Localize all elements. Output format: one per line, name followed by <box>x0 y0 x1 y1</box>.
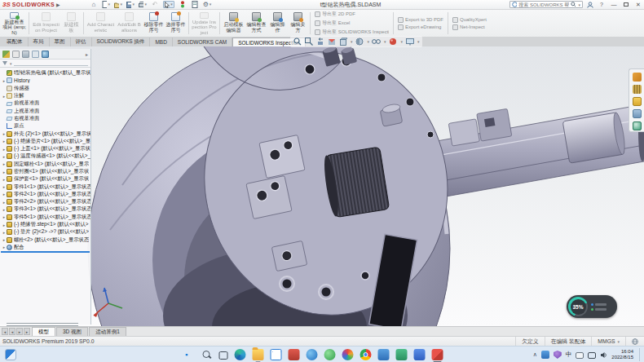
keyboard-icon[interactable] <box>576 352 584 359</box>
home-icon[interactable]: ⌂ <box>90 1 98 8</box>
filter-funnel-icon[interactable] <box>2 61 7 65</box>
units-dropdown-icon[interactable]: ▾ <box>617 339 620 344</box>
tab-sketch[interactable]: 草图 <box>50 38 71 46</box>
tree-item-component[interactable]: ▸零件3<1> (默认<<默认>_显示状态 <box>0 205 90 213</box>
tree-filter-row[interactable]: ▾ <box>0 60 90 68</box>
tree-item-component[interactable]: ▸(-) 垫片 (2)<2> ->? (默认<<默认> <box>0 228 90 236</box>
tree-item-origin[interactable]: ▸原点 <box>0 122 90 130</box>
tube-collar[interactable] <box>562 112 627 163</box>
terminal-block-lower[interactable] <box>246 175 292 219</box>
tree-item-component[interactable]: ▸(-) 绝缘管.step<1> (默认<<默认> <box>0 221 90 228</box>
export-excel-item[interactable]: 导出至 Excel <box>315 20 389 27</box>
launch-template-editor-button[interactable]: 启动模板编辑器 <box>222 11 245 36</box>
add-edit-balloons-button[interactable]: Add/Edit Balloons <box>116 11 143 36</box>
tree-item-component[interactable]: ▸外壳 (2)<1> (默认<<默认>_显示状 <box>0 130 90 137</box>
previous-view-icon[interactable] <box>315 38 324 46</box>
zoom-fit-icon[interactable] <box>293 38 302 46</box>
remove-balloons-button[interactable]: 移除零件序号 <box>143 11 165 36</box>
select-balloons-button[interactable]: 选择零件序号 <box>165 11 187 36</box>
tree-item-component[interactable]: ▸零件2<2> (默认<<默认>_显示状态 <box>0 198 90 205</box>
net-inspect-item[interactable]: Net-Inspect <box>452 24 493 30</box>
status-globe[interactable] <box>625 337 644 346</box>
taskbar-search-icon[interactable] <box>201 349 213 360</box>
tree-item-component[interactable]: ▸(-) 上盖<1> (默认<<默认>_显示状 <box>0 145 90 152</box>
tab-mbd[interactable]: MBD <box>150 38 172 46</box>
tree-item-annotations[interactable]: ▸注解 <box>0 92 90 99</box>
view-orientation-dropdown-icon[interactable]: ▾ <box>351 39 353 44</box>
green-app-icon[interactable] <box>324 349 336 360</box>
new-template-button[interactable]: 新建模板 <box>61 11 82 36</box>
file-properties-icon[interactable] <box>191 1 199 8</box>
rebuild-icon[interactable] <box>179 1 187 8</box>
select-cursor-icon[interactable]: ▾ <box>163 1 174 8</box>
export-edrawing-item[interactable]: Export eDrawing <box>398 24 443 30</box>
tree-item-component[interactable]: ▸零件5<1> (默认<<默认>_显示状态 <box>0 214 90 221</box>
photos-icon[interactable] <box>342 349 354 360</box>
tree-item-component[interactable]: ▸保护套<1> (默认<<默认>_显示状 <box>0 175 90 183</box>
tray-chevron-icon[interactable]: ∧ <box>533 351 537 358</box>
print-icon[interactable]: ▾ <box>139 1 147 8</box>
tab-cam[interactable]: SOLIDWORKS CAM <box>173 38 232 46</box>
minimize-button[interactable]: — <box>610 2 618 7</box>
performance-overlay[interactable]: 35% <box>567 295 617 318</box>
store-app-icon[interactable] <box>289 349 300 360</box>
mail-icon[interactable] <box>271 349 282 360</box>
view-palette-icon[interactable] <box>633 109 642 118</box>
configurationmanager-tab-icon[interactable] <box>22 51 29 58</box>
filter-input[interactable] <box>14 60 88 66</box>
wps-icon[interactable] <box>414 349 426 360</box>
tree-item-root[interactable]: ▸t型铠装热电偶 (默认<默认_显示状态-1 <box>0 69 90 77</box>
taskbar-clock[interactable]: 16:04 2022/8/15 <box>611 349 633 360</box>
edit-inspection-methods-button[interactable]: 编辑检查方式 <box>245 11 267 36</box>
tab-scroll-first-icon[interactable]: ◂ <box>2 328 8 335</box>
task-view-icon[interactable] <box>219 351 228 360</box>
help-button[interactable]: ? <box>598 2 606 7</box>
help-search-box[interactable]: ▾ <box>509 1 583 8</box>
tree-item-component[interactable]: ▸螺栓<2> (默认<<默认>_显示状态 <box>0 236 90 244</box>
new-inspection-project-button[interactable]: 新建检查项目 (amp;N) <box>2 11 27 36</box>
search-input[interactable] <box>518 2 569 7</box>
options-gear-icon[interactable]: ⚙▾ <box>203 1 211 8</box>
edit-inspection-project-button[interactable]: Edit Inspection Project <box>31 11 61 36</box>
propertymanager-tab-icon[interactable] <box>12 51 20 58</box>
onedrive-tray-icon[interactable] <box>541 351 549 359</box>
threaded-section[interactable] <box>322 147 390 218</box>
graphics-viewport[interactable]: ▾ ▾ ▾ ▾ ▾ ▸ ▾ ▸t型铠装热电偶 (默认<默认_显示状态-1 ▸Hi… <box>0 46 644 326</box>
new-document-icon[interactable]: ▾ <box>102 1 110 8</box>
search-scope-icon[interactable] <box>512 2 517 7</box>
chrome-icon[interactable] <box>360 349 372 360</box>
display-style-icon[interactable] <box>355 38 364 46</box>
panel-splitter[interactable] <box>7 323 78 324</box>
appearance-dropdown-icon[interactable]: ▾ <box>401 39 404 44</box>
close-button[interactable]: ✕ <box>634 2 642 8</box>
hide-show-items-icon[interactable] <box>372 38 381 46</box>
export-3d-pdf-item[interactable]: Export to 3D PDF <box>398 17 443 23</box>
section-view-icon[interactable] <box>327 38 336 46</box>
displaymanager-tab-icon[interactable] <box>42 51 49 58</box>
export-2d-pdf-item[interactable]: 导出至 2D PDF <box>315 11 389 18</box>
scene-icon[interactable] <box>405 38 414 46</box>
tree-item-right-plane[interactable]: ▸右视基准面 <box>0 115 90 122</box>
file-explorer-icon[interactable] <box>253 349 264 360</box>
tree-item-component[interactable]: ▸(-) 绝缘垫片<1> (默认<<默认>_显 <box>0 138 90 145</box>
edit-operations-button[interactable]: 编辑操作 <box>267 11 288 36</box>
tree-item-component[interactable]: ▸固定螺栓<1> (默认<<默认>_显示 <box>0 161 90 168</box>
terminal-block-upper[interactable] <box>259 135 305 178</box>
s-app-icon[interactable] <box>396 349 408 360</box>
tab-assembly[interactable]: 装配体 <box>2 38 29 46</box>
view-orientation-icon[interactable] <box>338 38 347 46</box>
security-shield-icon[interactable] <box>554 351 562 359</box>
start-button-icon[interactable] <box>186 354 191 359</box>
design-library-icon[interactable] <box>633 85 642 94</box>
cast-display-icon[interactable] <box>588 352 596 359</box>
ime-language-indicator[interactable]: 中 <box>566 351 572 359</box>
login-user-icon[interactable] <box>587 2 593 8</box>
tree-item-mates[interactable]: ▸配合 <box>0 244 90 251</box>
open-icon[interactable]: ▾ <box>114 1 122 8</box>
zoom-area-icon[interactable] <box>304 38 313 46</box>
appearances-icon[interactable] <box>633 121 642 130</box>
show-desktop-button[interactable] <box>639 348 641 361</box>
tab-scroll-next-icon[interactable]: ▸ <box>16 328 23 335</box>
tab-evaluate[interactable]: 评估 <box>71 38 92 46</box>
restore-button[interactable] <box>622 2 630 7</box>
